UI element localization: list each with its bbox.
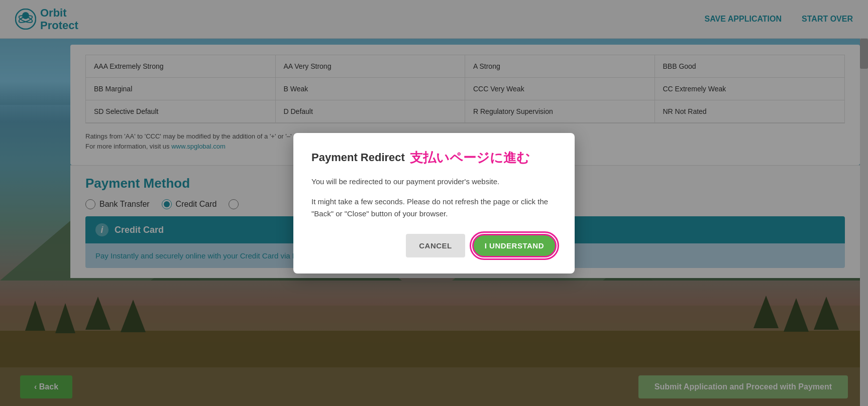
- payment-redirect-modal: Payment Redirect 支払いページに進む You will be r…: [293, 133, 575, 274]
- modal-title-en: Payment Redirect: [311, 151, 405, 164]
- understand-button[interactable]: I UNDERSTAND: [472, 234, 557, 257]
- modal-body-p1: You will be redirected to our payment pr…: [311, 176, 557, 188]
- modal-title: Payment Redirect 支払いページに進む: [311, 149, 557, 167]
- modal-body-p2: It might take a few seconds. Please do n…: [311, 196, 557, 220]
- modal-title-japanese: 支払いページに進む: [410, 149, 530, 167]
- modal-overlay: Payment Redirect 支払いページに進む You will be r…: [0, 0, 868, 406]
- modal-buttons: CANCEL I UNDERSTAND: [311, 234, 557, 257]
- cancel-button[interactable]: CANCEL: [406, 234, 465, 257]
- modal-body: You will be redirected to our payment pr…: [311, 176, 557, 220]
